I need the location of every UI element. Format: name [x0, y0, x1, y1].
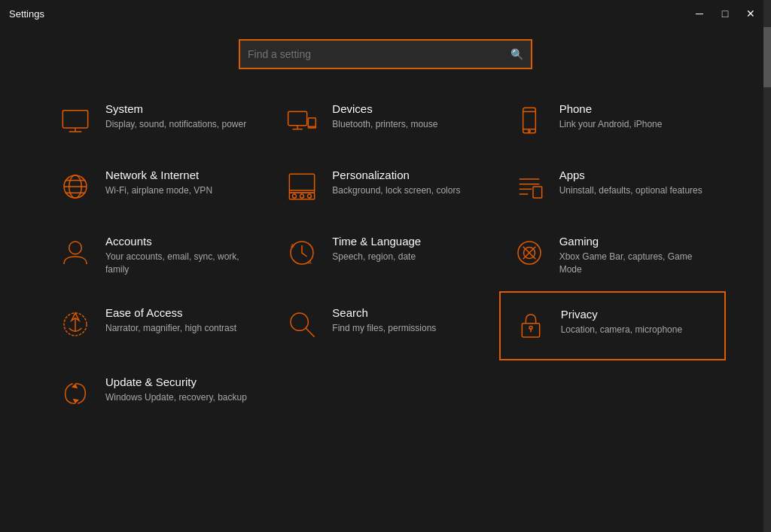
svg-point-11 — [528, 130, 530, 132]
setting-title-personalization: Personalization — [332, 169, 460, 181]
app-title: Settings — [9, 8, 44, 20]
setting-item-accounts[interactable]: AccountsYour accounts, email, sync, work… — [45, 220, 272, 291]
setting-title-time: Time & Language — [332, 235, 421, 248]
setting-title-system: System — [105, 102, 246, 115]
phone-icon — [511, 102, 547, 138]
setting-item-update[interactable]: Update & SecurityWindows Update, recover… — [45, 360, 272, 427]
accounts-icon — [57, 235, 93, 271]
setting-title-phone: Phone — [559, 102, 663, 115]
setting-desc-network: Wi-Fi, airplane mode, VPN — [105, 184, 212, 197]
apps-icon — [511, 169, 547, 205]
setting-desc-phone: Link your Android, iPhone — [559, 118, 663, 131]
scrollbar[interactable] — [763, 0, 771, 532]
setting-item-network[interactable]: Network & InternetWi-Fi, airplane mode, … — [45, 154, 272, 220]
setting-desc-time: Speech, region, date — [332, 251, 421, 263]
setting-text-update: Update & SecurityWindows Update, recover… — [105, 375, 247, 404]
setting-text-privacy: PrivacyLocation, camera, microphone — [561, 308, 682, 336]
setting-desc-apps: Uninstall, defaults, optional features — [559, 184, 702, 197]
setting-text-network: Network & InternetWi-Fi, airplane mode, … — [105, 169, 212, 197]
setting-text-apps: AppsUninstall, defaults, optional featur… — [559, 169, 702, 197]
setting-title-search: Search — [332, 306, 436, 319]
setting-item-devices[interactable]: DevicesBluetooth, printers, mouse — [272, 87, 498, 154]
setting-item-privacy[interactable]: PrivacyLocation, camera, microphone — [499, 291, 726, 360]
setting-item-gaming[interactable]: GamingXbox Game Bar, captures, Game Mode — [499, 220, 726, 291]
setting-desc-accounts: Your accounts, email, sync, work, family — [105, 251, 260, 276]
setting-item-search[interactable]: SearchFind my files, permissions — [272, 291, 498, 360]
close-button[interactable]: ✕ — [739, 6, 762, 21]
svg-point-42 — [529, 326, 532, 329]
setting-title-network: Network & Internet — [105, 169, 212, 181]
maximize-button[interactable]: □ — [714, 6, 736, 21]
svg-point-38 — [291, 313, 308, 330]
setting-title-accounts: Accounts — [105, 235, 260, 248]
search-icon — [284, 306, 320, 342]
search-container: 🔍 — [0, 27, 771, 87]
svg-point-20 — [293, 194, 297, 198]
gaming-icon — [511, 235, 547, 271]
setting-text-gaming: GamingXbox Game Bar, captures, Game Mode — [559, 235, 714, 276]
setting-title-update: Update & Security — [105, 375, 247, 388]
setting-desc-ease: Narrator, magnifier, high contrast — [105, 322, 236, 335]
setting-title-devices: Devices — [332, 102, 437, 115]
setting-item-personalization[interactable]: PersonalizationBackground, lock screen, … — [272, 154, 498, 220]
search-icon: 🔍 — [510, 48, 523, 60]
setting-text-time: Time & LanguageSpeech, region, date — [332, 235, 421, 263]
svg-rect-27 — [533, 187, 542, 198]
personalization-icon — [284, 169, 320, 205]
title-bar: Settings ─ □ ✕ — [0, 0, 771, 27]
window-controls: ─ □ ✕ — [688, 6, 762, 21]
svg-point-28 — [69, 242, 82, 254]
setting-desc-personalization: Background, lock screen, colors — [332, 184, 460, 197]
setting-item-system[interactable]: SystemDisplay, sound, notifications, pow… — [45, 87, 272, 154]
setting-desc-update: Windows Update, recovery, backup — [105, 391, 247, 404]
setting-desc-devices: Bluetooth, printers, mouse — [332, 118, 437, 131]
setting-text-ease: Ease of AccessNarrator, magnifier, high … — [105, 306, 236, 335]
minimize-button[interactable]: ─ — [688, 6, 711, 21]
svg-point-22 — [308, 194, 312, 198]
search-box: 🔍 — [239, 39, 532, 69]
setting-title-privacy: Privacy — [561, 308, 682, 321]
setting-desc-privacy: Location, camera, microphone — [561, 324, 682, 336]
settings-grid: SystemDisplay, sound, notifications, pow… — [0, 87, 771, 427]
svg-rect-3 — [288, 111, 307, 125]
devices-icon — [284, 102, 320, 138]
privacy-icon — [513, 308, 549, 344]
svg-line-39 — [306, 328, 315, 337]
setting-item-phone[interactable]: PhoneLink your Android, iPhone — [499, 87, 726, 154]
setting-text-system: SystemDisplay, sound, notifications, pow… — [105, 102, 246, 131]
setting-item-time[interactable]: AATime & LanguageSpeech, region, date — [272, 220, 498, 291]
setting-title-apps: Apps — [559, 169, 702, 181]
setting-title-gaming: Gaming — [559, 235, 714, 248]
svg-text:A: A — [309, 260, 312, 265]
system-icon — [57, 102, 93, 138]
ease-icon — [57, 306, 93, 342]
setting-text-accounts: AccountsYour accounts, email, sync, work… — [105, 235, 260, 276]
network-icon — [57, 169, 93, 205]
setting-desc-gaming: Xbox Game Bar, captures, Game Mode — [559, 251, 714, 276]
setting-text-search: SearchFind my files, permissions — [332, 306, 436, 335]
svg-rect-0 — [62, 111, 87, 128]
setting-desc-search: Find my files, permissions — [332, 322, 436, 335]
scrollbar-thumb[interactable] — [763, 27, 771, 87]
time-icon: AA — [284, 235, 320, 271]
setting-item-apps[interactable]: AppsUninstall, defaults, optional featur… — [499, 154, 726, 220]
svg-point-21 — [300, 194, 304, 198]
setting-text-phone: PhoneLink your Android, iPhone — [559, 102, 663, 131]
search-input[interactable] — [248, 48, 504, 60]
setting-text-personalization: PersonalizationBackground, lock screen, … — [332, 169, 460, 197]
setting-text-devices: DevicesBluetooth, printers, mouse — [332, 102, 437, 131]
svg-text:A: A — [291, 243, 294, 248]
setting-desc-system: Display, sound, notifications, power — [105, 118, 246, 131]
setting-title-ease: Ease of Access — [105, 306, 236, 319]
setting-item-ease[interactable]: Ease of AccessNarrator, magnifier, high … — [45, 291, 272, 360]
update-icon — [57, 375, 93, 412]
